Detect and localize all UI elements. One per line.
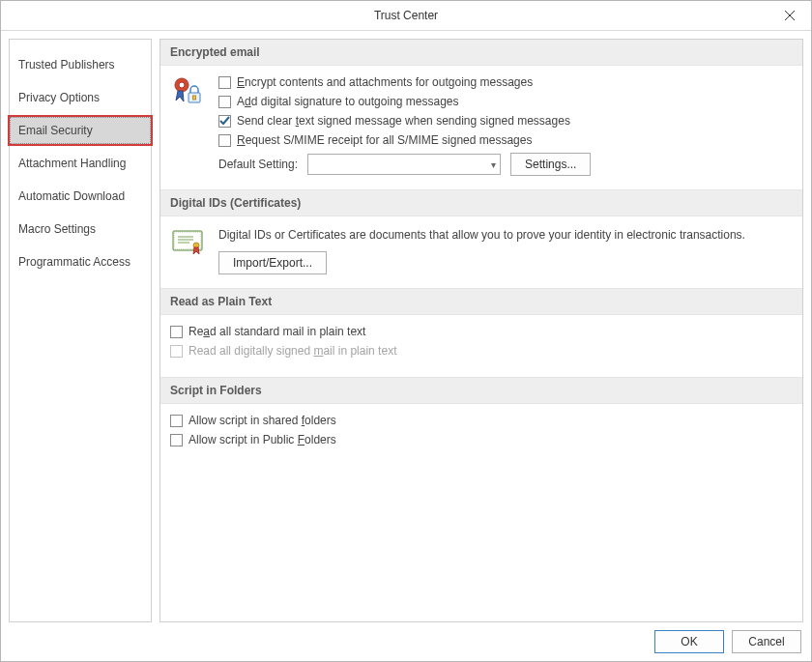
label-add-digital-signature: Add digital signature to outgoing messag… (237, 95, 459, 108)
label-encrypt-contents: Encrypt contents and attachments for out… (237, 75, 533, 89)
label-allow-script-shared: Allow script in shared folders (188, 414, 336, 427)
digital-ids-description: Digital IDs or Certificates are document… (218, 228, 793, 242)
close-button[interactable] (768, 1, 811, 29)
default-setting-select[interactable]: ▾ (307, 154, 501, 175)
checkbox-request-smime-receipt[interactable] (218, 134, 231, 147)
svg-rect-5 (193, 96, 196, 100)
titlebar: Trust Center (1, 1, 811, 31)
section-header-encrypted-email: Encrypted email (160, 40, 802, 66)
label-read-signed-plain: Read all digitally signed mail in plain … (188, 344, 396, 358)
ok-button[interactable]: OK (654, 630, 724, 653)
trust-center-dialog: Trust Center Trusted Publishers Privacy … (0, 0, 812, 662)
section-header-read-plain-text: Read as Plain Text (160, 288, 802, 315)
dialog-footer: OK Cancel (1, 622, 811, 661)
checkbox-read-standard-plain[interactable] (170, 326, 183, 338)
sidebar-item-automatic-download[interactable]: Automatic Download (10, 183, 151, 210)
svg-point-3 (179, 82, 185, 88)
checkbox-allow-script-shared[interactable] (170, 415, 183, 427)
chevron-down-icon: ▾ (491, 159, 496, 170)
label-request-smime-receipt: Request S/MIME receipt for all S/MIME si… (237, 133, 532, 147)
checkbox-send-clear-text[interactable] (218, 115, 231, 128)
sidebar-item-macro-settings[interactable]: Macro Settings (10, 216, 151, 243)
checkbox-add-digital-signature[interactable] (218, 96, 231, 108)
section-header-script-in-folders: Script in Folders (160, 377, 802, 404)
sidebar-item-attachment-handling[interactable]: Attachment Handling (10, 150, 151, 177)
window-title: Trust Center (374, 9, 438, 22)
cancel-button[interactable]: Cancel (732, 630, 801, 653)
certificate-icon (172, 226, 203, 257)
label-send-clear-text: Send clear text signed message when send… (237, 114, 570, 128)
settings-button[interactable]: Settings... (510, 153, 591, 176)
sidebar-item-programmatic-access[interactable]: Programmatic Access (10, 248, 151, 275)
ribbon-lock-icon (172, 75, 203, 106)
default-setting-label: Default Setting: (218, 158, 298, 171)
content-pane: Encrypted email Encrypt conten (160, 39, 803, 622)
label-read-standard-plain: Read all standard mail in plain text (188, 325, 365, 338)
close-icon (785, 11, 795, 20)
checkbox-encrypt-contents[interactable] (218, 76, 231, 89)
checkbox-read-signed-plain (170, 345, 183, 358)
import-export-button[interactable]: Import/Export... (218, 251, 327, 274)
sidebar-item-privacy-options[interactable]: Privacy Options (10, 84, 151, 111)
section-header-digital-ids: Digital IDs (Certificates) (160, 189, 802, 216)
label-allow-script-public: Allow script in Public Folders (188, 433, 336, 446)
sidebar-item-trusted-publishers[interactable]: Trusted Publishers (10, 51, 151, 78)
sidebar: Trusted Publishers Privacy Options Email… (9, 39, 152, 622)
sidebar-item-email-security[interactable]: Email Security (10, 117, 151, 144)
checkbox-allow-script-public[interactable] (170, 434, 183, 446)
